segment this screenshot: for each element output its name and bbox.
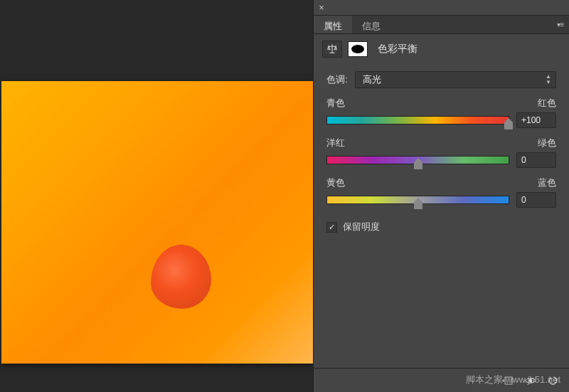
slider-yb-left-label: 黄色 (326, 176, 345, 189)
slider-cyan-red: 青色 红色 +100 (314, 88, 569, 128)
clip-to-layer-icon[interactable] (501, 376, 514, 386)
slider-magenta-green: 洋红 绿色 0 (314, 128, 569, 168)
slider-yb-track[interactable] (326, 196, 509, 204)
panel-titlebar: × (314, 0, 569, 16)
slider-cr-thumb[interactable] (504, 122, 513, 129)
slider-yb-right-label: 蓝色 (538, 176, 556, 189)
red-leaf-graphic (151, 245, 211, 309)
panel-tabbar: 属性 信息 ▾≡ (314, 16, 569, 34)
slider-cr-right-label: 红色 (538, 97, 556, 110)
slider-mg-track[interactable] (326, 156, 509, 164)
chevron-updown-icon: ▲▼ (546, 74, 551, 85)
slider-mg-value[interactable]: 0 (516, 152, 556, 168)
color-balance-icon[interactable] (322, 41, 342, 58)
tab-properties[interactable]: 属性 (314, 16, 352, 33)
slider-yellow-blue: 黄色 蓝色 0 (314, 168, 569, 208)
slider-cr-value[interactable]: +100 (516, 112, 556, 128)
preserve-luminosity-label: 保留明度 (343, 221, 380, 233)
visibility-eye-icon[interactable] (523, 376, 538, 386)
tone-label: 色调: (326, 73, 355, 86)
slider-cr-track[interactable] (326, 116, 509, 125)
slider-cr-left-label: 青色 (326, 97, 345, 110)
preserve-luminosity-checkbox[interactable]: ✓ (326, 222, 337, 233)
tone-select[interactable]: 高光 ▲▼ (355, 71, 556, 88)
slider-mg-thumb[interactable] (414, 162, 422, 169)
preserve-luminosity-row: ✓ 保留明度 (314, 208, 569, 233)
reset-icon[interactable] (548, 375, 559, 386)
close-icon[interactable]: × (314, 3, 329, 13)
properties-panel: × 属性 信息 ▾≡ 色彩平衡 色调: 高光 ▲▼ 青色 红色 +100 (313, 0, 569, 392)
document-canvas[interactable] (1, 81, 313, 364)
svg-point-1 (529, 378, 533, 382)
slider-yb-value[interactable]: 0 (516, 192, 556, 208)
slider-mg-left-label: 洋红 (326, 137, 345, 149)
slider-mg-right-label: 绿色 (538, 137, 556, 149)
panel-title: 色彩平衡 (378, 43, 418, 55)
tone-row: 色调: 高光 ▲▼ (314, 71, 569, 88)
panel-menu-icon[interactable]: ▾≡ (552, 16, 569, 33)
tone-selected-value: 高光 (363, 73, 381, 86)
tab-info[interactable]: 信息 (352, 16, 390, 33)
slider-yb-thumb[interactable] (414, 202, 422, 209)
panel-bottom-bar (314, 368, 569, 392)
panel-header: 色彩平衡 (314, 34, 569, 64)
layer-mask-icon[interactable] (348, 41, 368, 57)
svg-rect-0 (505, 377, 512, 384)
